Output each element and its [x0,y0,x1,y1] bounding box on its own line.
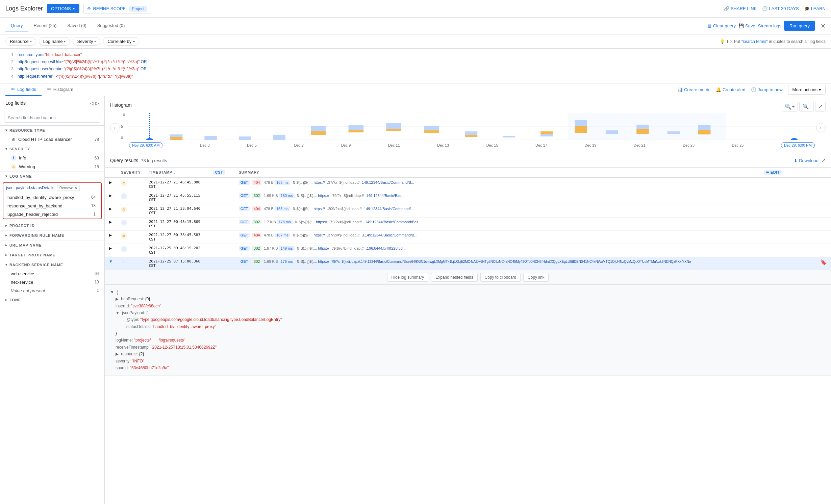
options-button[interactable]: OPTIONS ▼ [47,4,79,13]
severity-header[interactable]: ▾ SEVERITY [0,144,104,154]
url-map-header[interactable]: ▸ URL MAP NAME [0,241,104,250]
eye-icon: 👁 [47,87,51,92]
top-nav-right: 🔗 SHARE LINK 🕐 LAST 30 DAYS 🎓 LEARN [724,6,826,11]
table-row[interactable]: ▶ ⚠ 2021-12-27 21:33:04.640 CST GET 404 … [105,204,831,217]
copy-link-button[interactable]: Copy link [523,273,549,282]
backend-service-header[interactable]: ▾ BACKEND SERVICE NAME [0,260,104,270]
correlate-chip[interactable]: Correlate by + [103,37,140,46]
run-query-button[interactable]: Run query [784,21,815,31]
search-fields-input[interactable] [4,113,100,123]
table-row[interactable]: ▶ i 2021-12-27 21:45:55.115 CST GET 302 … [105,191,831,204]
svg-rect-15 [424,130,439,133]
bookmark-icon[interactable]: 🔖 [820,259,827,266]
svg-rect-9 [311,131,326,135]
resource-chip[interactable]: Resource ▾ [5,37,36,46]
histogram-chart: 10 5 0 [121,113,815,148]
zone-header[interactable]: ▸ ZONE [0,295,104,305]
table-row[interactable]: ▶ ⚠ 2021-12-27 21:46:45.888 CST GET 404 … [105,178,831,191]
tab-log-fields[interactable]: 👁 Log fields [5,83,42,96]
expand-row-icon[interactable]: ▼ [109,259,113,264]
tab-suggested[interactable]: Suggested (0) [92,20,130,31]
learn-button[interactable]: 🎓 LEARN [804,6,826,11]
more-actions-button[interactable]: More actions ▾ [788,85,826,95]
col-severity-header[interactable]: SEVERITY [117,168,145,178]
hide-log-summary-button[interactable]: Hide log summary [387,273,429,282]
col-summary-header[interactable]: SUMMARY [235,168,760,178]
tab-recent[interactable]: Recent (25) [28,20,62,31]
svg-rect-23 [575,126,587,133]
col-timestamp-header[interactable]: TIMESTAMP ↓ [145,168,209,178]
histogram-x-labels: Nov 29, 6:00 AM Dec 3 Dec 5 Dec 7 Dec 9 … [129,142,815,148]
table-row[interactable]: ▶ i 2021-12-25 09:46:15.202 CST GET 302 … [105,244,831,257]
target-proxy-header[interactable]: ▸ TARGET PROXY NAME [0,250,104,260]
download-button[interactable]: ⬇ Download [794,157,819,164]
histogram-next-button[interactable]: › [816,123,826,132]
clear-query-button[interactable]: 🗑 Clear query [707,23,736,28]
copy-to-clipboard-button[interactable]: Copy to clipboard [480,273,521,282]
expand-nested-fields-button[interactable]: Expand nested fields [431,273,477,282]
table-header: SEVERITY TIMESTAMP ↓ CST SUMMARY ✏ EDIT [105,168,831,178]
expand-row-icon[interactable]: ▶ [109,246,112,251]
close-panel-button[interactable]: ✕ [821,22,826,30]
sidebar-collapse-right-button[interactable]: ▷ [95,100,99,106]
results-section: Query results 78 log results ⬇ Download … [105,154,831,504]
sidebar-collapse-left-button[interactable]: ◁ [90,100,94,106]
expand-row-icon[interactable]: ▶ [109,233,112,237]
svg-rect-20 [540,134,553,136]
expand-row-icon[interactable]: ▶ [109,220,112,224]
expand-results-button[interactable]: ⤢ [821,157,826,164]
table-row[interactable]: ▼ i 2021-12-25 07:15:00.360 CST GET 302 … [105,257,831,270]
col-edit-header[interactable]: ✏ EDIT [760,168,831,178]
sidebar-section-forwarding-rule: ▸ FORWARDING RULE NAME [0,231,104,241]
table-row[interactable]: ▶ ⚠ 2021-12-27 00:38:45.583 CST GET 404 … [105,230,831,244]
zoom-in-button[interactable]: 🔍+ [782,102,798,111]
expand-row-icon[interactable]: ▶ [109,206,112,211]
list-item[interactable]: upgrade_header_rejected 1 [3,210,101,219]
svg-rect-30 [698,125,711,130]
query-editor[interactable]: 1 resource.type="http_load_balancer" 2 h… [0,49,831,83]
expand-row-icon[interactable]: ▶ [109,193,112,198]
remove-filter-button[interactable]: Remove ✕ [57,185,80,191]
severity-chip[interactable]: Severity ▾ [73,37,100,46]
stream-logs-button[interactable]: Stream logs [758,23,781,28]
tab-saved[interactable]: Saved (0) [62,20,92,31]
log-name-header[interactable]: ▾ LOG NAME [0,172,104,181]
chevron-down-icon: ▾ [30,40,32,43]
resource-type-header[interactable]: ▾ RESOURCE TYPE [0,126,104,135]
list-item[interactable]: i Info 63 [0,154,104,162]
download-icon: ⬇ [794,158,798,163]
share-link-button[interactable]: 🔗 SHARE LINK [724,6,757,11]
forwarding-rule-header[interactable]: ▸ FORWARDING RULE NAME [0,231,104,240]
list-item[interactable]: handled_by_identity_aware_proxy 64 [3,193,101,202]
table-row[interactable]: ▶ i 2021-12-27 00:45:15.869 CST GET 302 … [105,217,831,230]
tab-histogram[interactable]: 👁 Histogram [42,83,79,96]
jump-to-now-button[interactable]: 🕐 Jump to now [751,87,783,92]
tab-query[interactable]: Query [5,20,28,31]
svg-point-31 [791,138,798,140]
date-start-label: Nov 29, 6:00 AM [129,142,162,148]
svg-point-32 [146,138,153,140]
save-button[interactable]: 💾 Save [738,23,755,28]
project-id-header[interactable]: ▸ PROJECT ID [0,221,104,230]
chevron-right-icon: ▸ [5,298,7,302]
col-cst-header[interactable]: CST [209,168,235,178]
expand-histogram-button[interactable]: ⤢ [815,102,826,111]
create-alert-button[interactable]: 🔔 Create alert [716,87,746,92]
sidebar-title: Log fields [5,100,26,106]
list-item[interactable]: ⚠ Warning 15 [0,162,104,171]
expand-row-icon[interactable]: ▶ [109,180,112,185]
list-item[interactable]: hec-service 13 [0,278,104,286]
histogram-prev-button[interactable]: ‹ [110,123,120,132]
list-item[interactable]: Value not present 1 [0,286,104,295]
list-item[interactable]: web-service 64 [0,270,104,278]
create-metric-button[interactable]: 📊 Create metric [677,87,710,92]
svg-rect-24 [575,120,587,126]
zoom-out-button[interactable]: 🔍- [799,102,814,111]
list-item[interactable]: 🖥 Cloud HTTP Load Balancer 78 [0,135,104,144]
last-days-button[interactable]: 🕐 LAST 30 DAYS [762,6,799,11]
refine-scope-button[interactable]: ⊕ REFINE SCOPE Project [83,4,151,14]
log-name-chip[interactable]: Log name ▾ [39,37,70,46]
results-header: Query results 78 log results ⬇ Download … [105,154,831,168]
list-item[interactable]: response_sent_by_backend 13 [3,202,101,210]
bell-icon: 🔔 [716,87,721,92]
